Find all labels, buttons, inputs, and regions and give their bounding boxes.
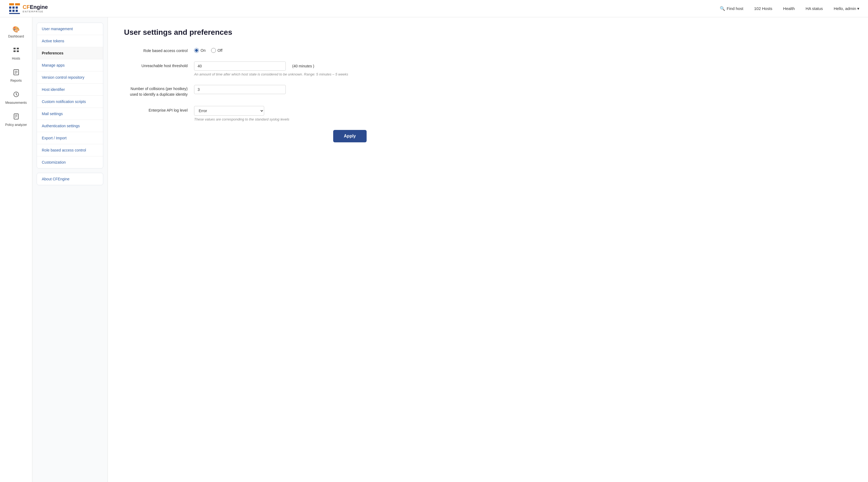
- user-menu[interactable]: Hello, admin ▾: [834, 6, 859, 11]
- find-host-nav[interactable]: 🔍 Find host: [720, 6, 743, 11]
- main-layout: 🎨 Dashboard Hosts Reports Measurements: [0, 17, 868, 482]
- search-icon: 🔍: [720, 6, 725, 11]
- form-row-api-log: Enterprise API log level Error Warning I…: [124, 106, 367, 121]
- sec-nav-group-main: User management Active tokens Preference…: [37, 23, 103, 169]
- svg-rect-12: [17, 51, 19, 52]
- content-area: User settings and preferences Role based…: [108, 17, 868, 482]
- form-row-rbac: Role based access control On Off: [124, 47, 367, 53]
- rbac-on-label: On: [200, 48, 206, 53]
- logo: CFEngine ENTERPRISE: [9, 3, 48, 14]
- threshold-label: Unreachable host threshold: [124, 61, 194, 68]
- svg-rect-18: [14, 114, 18, 119]
- rbac-off-option[interactable]: Off: [211, 48, 222, 53]
- sec-nav-group-about: About CFEngine: [37, 173, 103, 185]
- collisions-control: [194, 85, 367, 94]
- sidebar-label-reports: Reports: [10, 79, 22, 83]
- secondary-sidebar: User management Active tokens Preference…: [32, 17, 108, 482]
- settings-form: Role based access control On Off: [124, 47, 367, 142]
- api-log-control: Error Warning Info Debug These values ar…: [194, 106, 367, 121]
- svg-rect-9: [13, 48, 16, 49]
- sec-nav-customization[interactable]: Customization: [37, 156, 103, 168]
- policy-analyzer-icon: [13, 113, 20, 121]
- rbac-off-label: Off: [218, 48, 222, 53]
- logo-name: CFEngine: [23, 4, 48, 10]
- sidebar: 🎨 Dashboard Hosts Reports Measurements: [0, 17, 32, 482]
- svg-rect-7: [16, 10, 18, 12]
- measurements-icon: [13, 91, 20, 99]
- health-label: Health: [783, 6, 795, 11]
- logo-icon: [9, 3, 21, 14]
- svg-rect-5: [9, 10, 11, 12]
- apply-row: Apply: [124, 130, 367, 142]
- sidebar-item-reports[interactable]: Reports: [0, 66, 32, 86]
- sidebar-item-measurements[interactable]: Measurements: [0, 88, 32, 108]
- health-nav[interactable]: Health: [783, 6, 795, 11]
- ha-status-nav[interactable]: HA status: [805, 6, 823, 11]
- sidebar-label-policy-analyzer: Policy analyzer: [5, 123, 27, 127]
- svg-rect-0: [9, 3, 14, 5]
- hosts-icon: [13, 47, 20, 55]
- svg-rect-11: [13, 51, 16, 52]
- svg-rect-1: [15, 3, 20, 5]
- rbac-radio-group: On Off: [194, 47, 367, 53]
- sec-nav-version-control[interactable]: Version control repository: [37, 71, 103, 84]
- svg-rect-3: [12, 6, 14, 9]
- collisions-input[interactable]: [194, 85, 286, 94]
- threshold-control: (40 minutes ) An amount of time after wh…: [194, 61, 367, 76]
- sidebar-label-hosts: Hosts: [12, 57, 20, 60]
- reports-icon: [13, 69, 20, 77]
- rbac-on-option[interactable]: On: [194, 48, 206, 53]
- svg-rect-10: [17, 48, 19, 49]
- rbac-control: On Off: [194, 47, 367, 53]
- sidebar-item-dashboard[interactable]: 🎨 Dashboard: [0, 23, 32, 41]
- sidebar-item-policy-analyzer[interactable]: Policy analyzer: [0, 110, 32, 130]
- api-log-help: These values are corresponding to the st…: [194, 117, 367, 121]
- dashboard-icon: 🎨: [12, 26, 20, 33]
- rbac-label: Role based access control: [124, 47, 194, 53]
- apply-button[interactable]: Apply: [333, 130, 367, 142]
- page-title: User settings and preferences: [124, 28, 852, 37]
- form-row-threshold: Unreachable host threshold (40 minutes )…: [124, 61, 367, 76]
- sec-nav-host-identifier[interactable]: Host identifier: [37, 84, 103, 96]
- hosts-count-nav[interactable]: 102 Hosts: [754, 6, 773, 11]
- svg-rect-8: [9, 13, 20, 14]
- threshold-input[interactable]: [194, 61, 286, 71]
- sec-nav-custom-notification[interactable]: Custom notification scripts: [37, 96, 103, 108]
- sec-nav-authentication-settings[interactable]: Authentication settings: [37, 120, 103, 132]
- sec-nav-preferences[interactable]: Preferences: [37, 47, 103, 59]
- collisions-label: Number of collisions (per hostkey) used …: [124, 85, 194, 97]
- sidebar-label-measurements: Measurements: [5, 101, 27, 104]
- svg-rect-2: [9, 6, 11, 9]
- svg-rect-4: [16, 6, 18, 9]
- api-log-select[interactable]: Error Warning Info Debug: [194, 106, 264, 116]
- svg-rect-6: [12, 10, 14, 12]
- logo-text: CFEngine ENTERPRISE: [23, 4, 48, 13]
- nav-items: 🔍 Find host 102 Hosts Health HA status H…: [720, 6, 859, 11]
- sec-nav-user-management[interactable]: User management: [37, 23, 103, 35]
- chevron-down-icon: ▾: [857, 6, 859, 11]
- rbac-off-radio[interactable]: [211, 48, 216, 53]
- api-log-label: Enterprise API log level: [124, 106, 194, 113]
- sec-nav-export-import[interactable]: Export / Import: [37, 132, 103, 144]
- ha-status-label: HA status: [805, 6, 823, 11]
- logo-subtitle: ENTERPRISE: [23, 10, 48, 13]
- sec-nav-about-cfengine[interactable]: About CFEngine: [37, 173, 103, 185]
- sidebar-item-hosts[interactable]: Hosts: [0, 44, 32, 64]
- sec-nav-mail-settings[interactable]: Mail settings: [37, 108, 103, 120]
- sec-nav-active-tokens[interactable]: Active tokens: [37, 35, 103, 47]
- top-navigation: CFEngine ENTERPRISE 🔍 Find host 102 Host…: [0, 0, 868, 17]
- sidebar-label-dashboard: Dashboard: [8, 34, 24, 38]
- sec-nav-role-based-access[interactable]: Role based access control: [37, 144, 103, 156]
- threshold-help: An amount of time after which host state…: [194, 72, 367, 76]
- form-row-collisions: Number of collisions (per hostkey) used …: [124, 85, 367, 97]
- rbac-on-radio[interactable]: [194, 48, 199, 53]
- find-host-label: Find host: [727, 6, 743, 11]
- threshold-hint: (40 minutes ): [292, 64, 314, 68]
- hosts-count-label: 102 Hosts: [754, 6, 773, 11]
- sec-nav-manage-apps[interactable]: Manage apps: [37, 59, 103, 71]
- user-label: Hello, admin: [834, 6, 856, 11]
